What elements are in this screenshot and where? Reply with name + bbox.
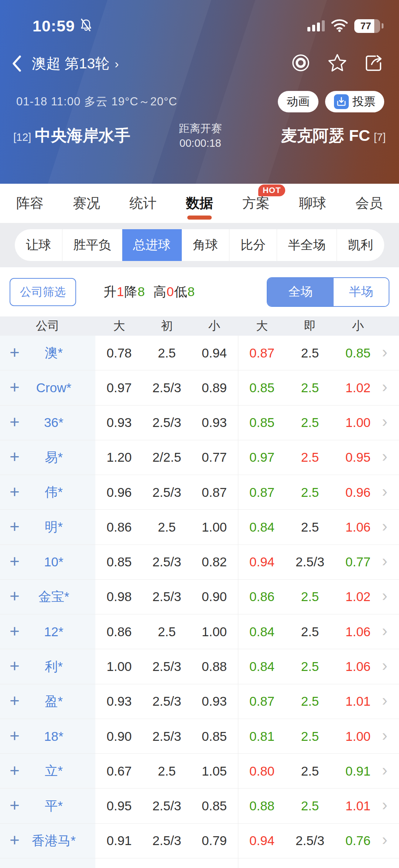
company-name[interactable]: 10* (20, 555, 88, 569)
full-match-option[interactable]: 全场 (267, 278, 334, 306)
initial-odds: 2.5 (143, 346, 191, 360)
odds-row-立*[interactable]: +立*0.672.51.050.802.50.91› (0, 754, 399, 789)
row-chevron-icon[interactable]: › (382, 483, 399, 502)
odds-row-香港马*[interactable]: +香港马*0.912.5/30.790.942.5/30.76› (0, 824, 399, 858)
add-follow-icon[interactable]: + (10, 379, 20, 396)
company-filter-button[interactable]: 公司筛选 (10, 278, 76, 306)
add-follow-icon[interactable]: + (10, 553, 20, 570)
row-chevron-icon[interactable]: › (382, 587, 399, 606)
away-team[interactable]: 麦克阿瑟 FC [7] (281, 125, 386, 146)
row-chevron-icon[interactable]: › (382, 553, 399, 571)
initial-odds: 2.5/3 (143, 694, 191, 709)
company-name[interactable]: 平* (20, 797, 88, 815)
company-name[interactable]: 易* (20, 449, 88, 466)
company-name[interactable]: 香港马* (20, 832, 88, 850)
odds-row-易*[interactable]: +易*1.202/2.50.770.972.50.95› (0, 440, 399, 475)
market-tab-半全场[interactable]: 半全场 (277, 229, 337, 261)
stat-segment: 1 (117, 284, 124, 299)
odds-table-body: +澳*0.782.50.940.872.50.85›+Crow*0.972.5/… (0, 336, 399, 858)
company-name[interactable]: Crow* (20, 380, 88, 395)
row-chevron-icon[interactable]: › (382, 762, 399, 780)
tab-会员[interactable]: 会员 (355, 184, 383, 223)
odds-row-金宝*[interactable]: +金宝*0.982.5/30.900.862.51.02› (0, 580, 399, 614)
league-round-title[interactable]: 澳超 第13轮 › (32, 54, 119, 74)
back-button[interactable] (11, 55, 22, 72)
home-team[interactable]: [12] 中央海岸水手 (13, 125, 130, 146)
market-tab-角球[interactable]: 角球 (182, 229, 229, 261)
add-follow-icon[interactable]: + (10, 483, 20, 500)
market-tab-让球[interactable]: 让球 (15, 229, 62, 261)
company-name[interactable]: 立* (20, 762, 88, 780)
company-name[interactable]: 盈* (20, 693, 88, 710)
row-chevron-icon[interactable]: › (382, 657, 399, 676)
add-follow-icon[interactable]: + (10, 448, 20, 465)
match-header: 10:59 (0, 0, 399, 184)
odds-row-Crow*[interactable]: +Crow*0.972.5/30.890.852.51.02› (0, 370, 399, 405)
vote-button[interactable]: 投票 (325, 91, 384, 112)
add-follow-icon[interactable]: + (10, 587, 20, 604)
row-chevron-icon[interactable]: › (382, 518, 399, 536)
tab-阵容[interactable]: 阵容 (16, 184, 44, 223)
company-name[interactable]: 伟* (20, 484, 88, 501)
company-name[interactable]: 18* (20, 729, 88, 744)
odds-row-12*[interactable]: +12*0.862.51.000.842.51.06› (0, 614, 399, 649)
add-follow-icon[interactable]: + (10, 797, 20, 814)
market-tab-总进球[interactable]: 总进球 (122, 229, 182, 261)
odds-row-10*[interactable]: +10*0.852.5/30.820.942.5/30.77› (0, 545, 399, 580)
add-follow-icon[interactable]: + (10, 831, 20, 848)
live-odds: 2.5 (286, 450, 334, 465)
odds-row-盈*[interactable]: +盈*0.932.5/30.930.872.51.01› (0, 684, 399, 719)
add-follow-icon[interactable]: + (10, 692, 20, 709)
add-follow-icon[interactable]: + (10, 518, 20, 535)
tab-聊球[interactable]: 聊球 (299, 184, 326, 223)
record-button[interactable] (291, 53, 310, 74)
odds-row-36*[interactable]: +36*0.932.5/30.930.852.51.00› (0, 406, 399, 440)
row-chevron-icon[interactable]: › (382, 831, 399, 850)
add-follow-icon[interactable]: + (10, 762, 20, 779)
company-name[interactable]: 金宝* (20, 588, 88, 606)
market-tab-凯利[interactable]: 凯利 (337, 229, 384, 261)
company-name[interactable]: 澳* (20, 344, 88, 362)
add-follow-icon[interactable]: + (10, 657, 20, 674)
odds-row-利*[interactable]: +利*1.002.5/30.880.842.51.06› (0, 649, 399, 684)
company-name[interactable]: 36* (20, 415, 88, 430)
odds-movement-summary: 升1降8高0低8 (76, 283, 222, 301)
odds-row-18*[interactable]: +18*0.902.5/30.850.812.51.00› (0, 719, 399, 754)
odds-row-明*[interactable]: +明*0.862.51.000.842.51.06› (0, 510, 399, 545)
half-match-option[interactable]: 半场 (334, 278, 389, 306)
stat-segment: 8 (138, 284, 145, 299)
odds-row-伟*[interactable]: +伟*0.962.5/30.870.872.50.96› (0, 475, 399, 510)
tab-统计[interactable]: 统计 (129, 184, 157, 223)
animation-button[interactable]: 动画 (278, 91, 318, 112)
row-chevron-icon[interactable]: › (382, 344, 399, 362)
countdown-label: 距离开赛 (179, 122, 222, 134)
market-tab-胜平负[interactable]: 胜平负 (62, 229, 122, 261)
share-button[interactable] (364, 53, 384, 74)
row-chevron-icon[interactable]: › (382, 623, 399, 641)
row-chevron-icon[interactable]: › (382, 797, 399, 815)
animation-label: 动画 (287, 94, 310, 109)
company-name[interactable]: 利* (20, 658, 88, 675)
row-chevron-icon[interactable]: › (382, 379, 399, 397)
hot-badge: HOT (258, 184, 285, 196)
company-name[interactable]: 12* (20, 624, 88, 639)
company-name[interactable]: 明* (20, 518, 88, 536)
initial-odds: 0.78 (95, 346, 143, 360)
add-follow-icon[interactable]: + (10, 623, 20, 640)
live-odds: 1.06 (334, 659, 382, 674)
row-chevron-icon[interactable]: › (382, 413, 399, 432)
add-follow-icon[interactable]: + (10, 727, 20, 744)
add-follow-icon[interactable]: + (10, 413, 20, 430)
odds-row-澳*[interactable]: +澳*0.782.50.940.872.50.85› (0, 336, 399, 370)
favorite-star-button[interactable] (327, 53, 347, 74)
row-chevron-icon[interactable]: › (382, 692, 399, 711)
tab-赛况[interactable]: 赛况 (73, 184, 100, 223)
tab-方案[interactable]: 方案HOT (242, 184, 270, 223)
tab-数据[interactable]: 数据 (186, 184, 213, 223)
row-chevron-icon[interactable]: › (382, 727, 399, 746)
market-tab-比分[interactable]: 比分 (229, 229, 277, 261)
odds-row-平*[interactable]: +平*0.952.5/30.850.882.51.01› (0, 789, 399, 823)
add-follow-icon[interactable]: + (10, 344, 20, 361)
row-chevron-icon[interactable]: › (382, 448, 399, 467)
header-col-2: 初 (143, 318, 191, 334)
